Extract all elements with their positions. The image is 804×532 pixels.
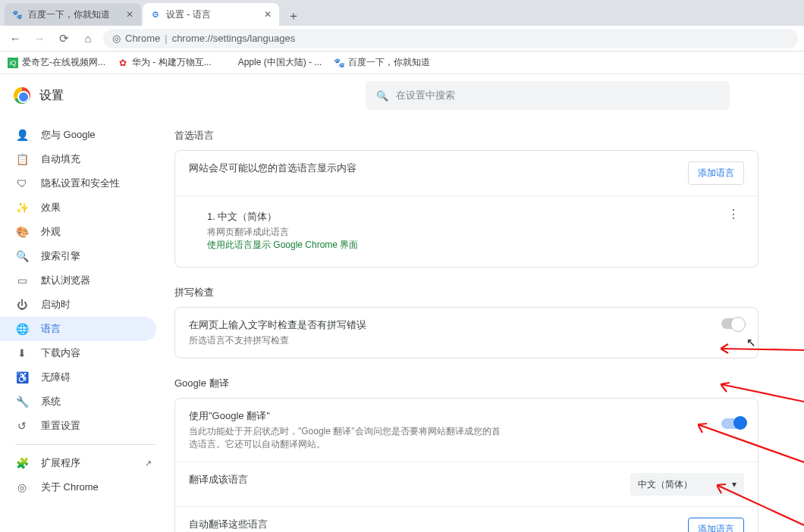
bookmark-1[interactable]: ✿华为 - 构建万物互...: [118, 56, 212, 69]
auto-add-language-button[interactable]: 添加语言: [688, 518, 744, 532]
sidebar-item-搜索引擎[interactable]: 🔍搜索引擎: [0, 244, 156, 268]
bookmark-label: Apple (中国大陆) - ...: [238, 56, 322, 69]
sidebar-icon: ✨: [15, 202, 29, 214]
bookmark-label: 华为 - 构建万物互...: [132, 56, 212, 69]
bookmark-label: 百度一下，你就知道: [348, 56, 430, 69]
sidebar-item-语言[interactable]: 🌐语言: [0, 317, 156, 341]
sidebar: 👤您与 Google📋自动填充🛡隐私设置和安全性✨效果🎨外观🔍搜索引擎▭默认浏览…: [0, 74, 174, 532]
use-translate-desc: 当此功能处于开启状态时，"Google 翻译"会询问您是否要将网站翻译成您的首选…: [189, 425, 507, 451]
preferred-card: 网站会尽可能以您的首选语言显示内容 添加语言 1. 中文（简体） 将网页翻译成此…: [174, 150, 758, 268]
sidebar-item-隐私设置和安全性[interactable]: 🛡隐私设置和安全性: [0, 171, 156, 196]
spell-desc: 所选语言不支持拼写检查: [189, 334, 721, 347]
bookmark-2[interactable]: Apple (中国大陆) - ...: [224, 56, 322, 69]
tab-strip: 🐾 百度一下，你就知道 ✕ ⚙ 设置 - 语言 ✕ ＋: [0, 0, 804, 26]
sidebar-item-label: 自动填充: [41, 152, 80, 166]
bookmark-0[interactable]: iQ爱奇艺-在线视频网...: [8, 56, 105, 69]
sidebar-icon: ▭: [15, 274, 29, 286]
sidebar-item-下载内容[interactable]: ⬇下载内容: [0, 341, 156, 365]
sidebar-icon: 🧩: [15, 457, 29, 469]
target-lang-select[interactable]: 中文（简体） ▾: [630, 473, 744, 496]
close-icon[interactable]: ✕: [264, 9, 272, 20]
back-button[interactable]: ←: [6, 30, 24, 48]
add-language-button[interactable]: 添加语言: [688, 161, 744, 185]
sidebar-item-系统[interactable]: 🔧系统: [0, 390, 156, 414]
sidebar-icon: ⏻: [15, 299, 29, 311]
lang-item-title: 1. 中文（简体）: [207, 210, 723, 224]
sidebar-icon: 🛡: [15, 177, 29, 189]
sidebar-item-您与 Google[interactable]: 👤您与 Google: [0, 123, 156, 147]
tab-1-active[interactable]: ⚙ 设置 - 语言 ✕: [143, 3, 279, 26]
sidebar-item-label: 扩展程序: [41, 456, 80, 470]
chrome-logo-icon: [14, 87, 30, 104]
sidebar-item-label: 关于 Chrome: [41, 480, 99, 494]
sidebar-icon: 👤: [15, 129, 29, 141]
sidebar-item-label: 下载内容: [41, 346, 80, 360]
sidebar-item-label: 搜索引擎: [41, 249, 80, 263]
sidebar-item-默认浏览器[interactable]: ▭默认浏览器: [0, 268, 156, 293]
reload-button[interactable]: ⟳: [55, 30, 73, 48]
use-translate-title: 使用"Google 翻译": [189, 409, 721, 423]
sidebar-icon: 🌐: [15, 323, 29, 335]
preferred-hint: 网站会尽可能以您的首选语言显示内容: [189, 161, 688, 175]
sidebar-item-自动填充[interactable]: 📋自动填充: [0, 147, 156, 171]
gear-icon: ⚙: [150, 9, 161, 20]
spell-toggle: [721, 318, 744, 329]
auto-translate-label: 自动翻译这些语言: [189, 518, 688, 531]
apple-icon: [224, 58, 234, 68]
sidebar-item-label: 隐私设置和安全性: [41, 177, 120, 190]
translate-card: 使用"Google 翻译" 当此功能处于开启状态时，"Google 翻译"会询问…: [174, 398, 758, 532]
baidu-icon: 🐾: [334, 58, 344, 68]
tab-title: 设置 - 语言: [166, 8, 211, 21]
section-preferred: 首选语言: [174, 129, 758, 142]
settings-header: 设置 🔍 在设置中搜索: [0, 74, 804, 117]
select-value: 中文（简体）: [638, 478, 693, 491]
sidebar-item-扩展程序[interactable]: 🧩扩展程序↗: [0, 451, 156, 475]
settings-search[interactable]: 🔍 在设置中搜索: [366, 81, 730, 110]
sidebar-item-label: 默认浏览器: [41, 274, 90, 287]
use-translate-toggle[interactable]: [721, 418, 744, 429]
globe-icon: ◎: [112, 33, 121, 44]
tab-0[interactable]: 🐾 百度一下，你就知道 ✕: [5, 3, 141, 26]
main-content: 首选语言 网站会尽可能以您的首选语言显示内容 添加语言 1. 中文（简体） 将网…: [174, 74, 804, 532]
url-text: chrome://settings/languages: [172, 33, 296, 44]
sidebar-icon: ◎: [15, 481, 29, 493]
url-box[interactable]: ◎ Chrome | chrome://settings/languages: [103, 29, 798, 49]
more-icon[interactable]: ⋮: [723, 207, 744, 221]
sidebar-sep: [15, 444, 156, 445]
sidebar-item-重置设置[interactable]: ↺重置设置: [0, 414, 156, 438]
new-tab-button[interactable]: ＋: [284, 6, 303, 26]
huawei-icon: ✿: [118, 58, 128, 68]
url-scheme: Chrome: [125, 33, 160, 44]
spell-card: 在网页上输入文字时检查是否有拼写错误 所选语言不支持拼写检查: [174, 307, 758, 358]
sidebar-item-label: 启动时: [41, 298, 71, 311]
sidebar-icon: 🔧: [15, 396, 29, 408]
sidebar-item-label: 效果: [41, 201, 61, 214]
url-sep: |: [165, 33, 167, 44]
sidebar-item-外观[interactable]: 🎨外观: [0, 220, 156, 244]
close-icon[interactable]: ✕: [126, 9, 133, 20]
sidebar-item-启动时[interactable]: ⏻启动时: [0, 293, 156, 317]
sidebar-item-label: 您与 Google: [41, 128, 96, 142]
sidebar-item-关于 Chrome[interactable]: ◎关于 Chrome: [0, 475, 156, 499]
sidebar-item-label: 语言: [41, 322, 61, 336]
sidebar-icon: ⬇: [15, 347, 29, 359]
page-title: 设置: [39, 88, 64, 104]
sidebar-icon: 🔍: [15, 250, 29, 262]
sidebar-item-label: 系统: [41, 395, 61, 408]
section-spell: 拼写检查: [174, 286, 758, 299]
bookmarks-bar: iQ爱奇艺-在线视频网... ✿华为 - 构建万物互... Apple (中国大…: [0, 52, 804, 74]
sidebar-item-效果[interactable]: ✨效果: [0, 196, 156, 220]
home-button[interactable]: ⌂: [79, 30, 97, 48]
lang-item-sub: 将网页翻译成此语言: [207, 226, 723, 239]
lang-item-ui: 使用此语言显示 Google Chrome 界面: [207, 239, 723, 252]
section-translate: Google 翻译: [174, 377, 758, 390]
sidebar-item-label: 无障碍: [41, 371, 71, 384]
sidebar-icon: 📋: [15, 153, 29, 165]
sidebar-item-label: 外观: [41, 225, 61, 239]
bookmark-3[interactable]: 🐾百度一下，你就知道: [334, 56, 430, 69]
bookmark-label: 爱奇艺-在线视频网...: [22, 56, 105, 69]
iqiyi-icon: iQ: [8, 58, 18, 68]
search-placeholder: 在设置中搜索: [396, 89, 455, 102]
sidebar-item-无障碍[interactable]: ♿无障碍: [0, 365, 156, 390]
sidebar-icon: ↺: [15, 420, 29, 432]
